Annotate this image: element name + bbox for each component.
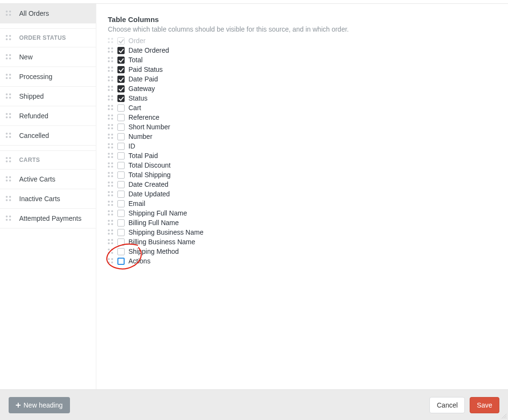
sidebar-item[interactable]: Inactive Carts <box>0 189 96 209</box>
column-checkbox[interactable] <box>117 104 125 112</box>
column-checkbox[interactable] <box>117 248 125 255</box>
drag-handle-icon[interactable] <box>6 11 12 16</box>
drag-handle-icon[interactable] <box>108 86 114 91</box>
column-checkbox[interactable] <box>117 210 125 217</box>
drag-handle-icon[interactable] <box>108 162 114 168</box>
drag-handle-icon[interactable] <box>108 220 114 226</box>
drag-handle-icon[interactable] <box>6 133 12 138</box>
drag-handle-icon[interactable] <box>108 95 114 101</box>
sidebar-item[interactable]: Attempted Payments <box>0 209 96 228</box>
sidebar-item-label: New <box>19 53 33 61</box>
drag-handle-icon[interactable] <box>108 114 114 120</box>
column-row: Paid Status <box>108 65 496 74</box>
column-label: Billing Business Name <box>128 237 195 247</box>
drag-handle-icon[interactable] <box>108 153 114 159</box>
column-label: Date Updated <box>128 189 170 199</box>
drag-handle-icon[interactable] <box>6 35 12 41</box>
drag-handle-icon[interactable] <box>108 134 114 139</box>
column-label: Status <box>128 93 148 103</box>
sidebar-item-label: Cancelled <box>19 132 49 139</box>
column-row: Total Discount <box>108 160 496 170</box>
sidebar-item[interactable]: Active Carts <box>0 170 96 189</box>
resize-grip-icon <box>500 412 507 419</box>
drag-handle-icon[interactable] <box>108 172 114 178</box>
column-checkbox[interactable] <box>117 133 125 140</box>
column-checkbox[interactable] <box>117 47 125 54</box>
column-checkbox[interactable] <box>117 143 125 150</box>
column-checkbox[interactable] <box>117 181 125 188</box>
column-checkbox[interactable] <box>117 152 125 159</box>
drag-handle-icon[interactable] <box>6 157 12 163</box>
drag-handle-icon[interactable] <box>6 74 12 79</box>
column-checkbox[interactable] <box>117 191 125 198</box>
sidebar-item-label: Processing <box>19 73 52 80</box>
drag-handle-icon[interactable] <box>6 93 12 99</box>
sidebar-item[interactable]: New <box>0 47 96 67</box>
column-label: Shipping Method <box>128 247 179 256</box>
column-checkbox[interactable] <box>117 124 125 131</box>
column-label: Billing Full Name <box>128 218 179 227</box>
column-label: ID <box>128 141 135 151</box>
sidebar-item-label: Attempted Payments <box>19 215 81 222</box>
column-row: Total Shipping <box>108 170 496 180</box>
sidebar-item-label: Shipped <box>19 92 44 100</box>
drag-handle-icon[interactable] <box>108 210 114 216</box>
column-row: Billing Business Name <box>108 237 496 247</box>
drag-handle-icon[interactable] <box>108 57 114 63</box>
drag-handle-icon[interactable] <box>6 196 12 202</box>
column-checkbox[interactable] <box>117 258 125 265</box>
footer: New heading Cancel Save <box>0 389 508 420</box>
drag-handle-icon[interactable] <box>108 124 114 130</box>
drag-handle-icon[interactable] <box>6 176 12 182</box>
column-checkbox[interactable] <box>117 229 125 236</box>
drag-handle-icon[interactable] <box>108 191 114 197</box>
drag-handle-icon[interactable] <box>108 258 114 264</box>
drag-handle-icon[interactable] <box>108 76 114 82</box>
column-label: Short Number <box>128 122 170 132</box>
column-checkbox[interactable] <box>117 171 125 179</box>
drag-handle-icon[interactable] <box>6 113 12 119</box>
column-checkbox[interactable] <box>117 200 125 207</box>
sidebar-item[interactable]: Cancelled <box>0 126 96 146</box>
column-label: Date Created <box>128 180 168 189</box>
column-row: Date Updated <box>108 189 496 199</box>
sidebar-item[interactable]: All Orders <box>0 4 96 23</box>
column-label: Shipping Full Name <box>128 208 187 218</box>
sidebar-item[interactable]: Shipped <box>0 87 96 106</box>
section-title: Table Columns <box>108 15 496 23</box>
sidebar-item-label: Active Carts <box>19 175 55 183</box>
new-heading-button[interactable]: New heading <box>9 397 70 413</box>
column-checkbox[interactable] <box>117 85 125 92</box>
column-label: Order <box>128 36 146 45</box>
drag-handle-icon[interactable] <box>6 54 12 60</box>
drag-handle-icon[interactable] <box>108 201 114 206</box>
column-checkbox[interactable] <box>117 66 125 73</box>
sidebar-item[interactable]: Refunded <box>0 106 96 126</box>
sidebar-item-label: Refunded <box>19 112 48 120</box>
column-row: Reference <box>108 113 496 122</box>
new-heading-label: New heading <box>23 401 63 409</box>
drag-handle-icon[interactable] <box>108 105 114 111</box>
drag-handle-icon[interactable] <box>108 229 114 235</box>
column-label: Paid Status <box>128 65 163 74</box>
column-checkbox[interactable] <box>117 95 125 102</box>
drag-handle-icon[interactable] <box>108 143 114 149</box>
column-checkbox[interactable] <box>117 162 125 169</box>
drag-handle-icon[interactable] <box>108 47 114 53</box>
column-checkbox[interactable] <box>117 76 125 83</box>
column-checkbox[interactable] <box>117 219 125 227</box>
column-row: Email <box>108 199 496 208</box>
save-button[interactable]: Save <box>470 397 499 413</box>
column-label: Total Paid <box>128 151 158 160</box>
column-checkbox[interactable] <box>117 238 125 246</box>
drag-handle-icon[interactable] <box>108 239 114 245</box>
drag-handle-icon[interactable] <box>108 182 114 187</box>
drag-handle-icon[interactable] <box>108 249 114 254</box>
column-row: ID <box>108 141 496 151</box>
cancel-button[interactable]: Cancel <box>429 397 465 413</box>
drag-handle-icon[interactable] <box>108 67 114 72</box>
column-checkbox[interactable] <box>117 114 125 121</box>
drag-handle-icon[interactable] <box>6 216 12 221</box>
sidebar-item[interactable]: Processing <box>0 67 96 87</box>
column-checkbox[interactable] <box>117 57 125 64</box>
